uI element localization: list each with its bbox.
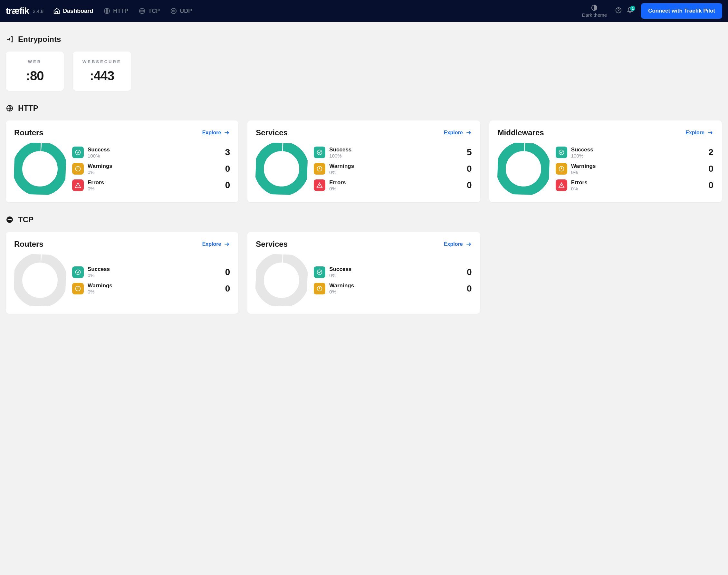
success-count: 0 [463, 267, 472, 277]
main-nav: Dashboard HTTP TCP UDP [53, 7, 192, 14]
connect-pilot-button[interactable]: Connect with Traefik Pilot [641, 3, 722, 19]
error-icon [72, 179, 84, 191]
warnings-count: 0 [221, 283, 230, 294]
error-icon [556, 179, 567, 191]
svg-point-27 [258, 257, 305, 304]
stat-row-success: Success100% 5 [314, 146, 472, 159]
success-label: Success [329, 146, 459, 153]
warnings-pct: 0% [88, 289, 217, 295]
globe-icon [6, 104, 13, 112]
stat-row-success: Success0% 0 [314, 266, 472, 278]
notification-badge: 1 [630, 6, 635, 11]
stat-row-warnings: Warnings0% 0 [314, 282, 472, 295]
warning-icon [314, 163, 325, 175]
card-title: Services [256, 240, 288, 249]
http-services-card: Services Explore Success100% 5 [247, 121, 480, 202]
explore-label: Explore [202, 241, 221, 247]
check-circle-icon [556, 146, 567, 158]
nav-udp[interactable]: UDP [170, 7, 192, 14]
explore-link[interactable]: Explore [202, 130, 230, 136]
udp-icon [170, 7, 177, 14]
svg-point-16 [500, 146, 547, 192]
warnings-count: 0 [221, 164, 230, 174]
check-circle-icon [72, 266, 84, 278]
success-count: 3 [221, 147, 230, 158]
http-routers-card: Routers Explore Success100% 3 [6, 121, 238, 202]
nav-udp-label: UDP [180, 8, 192, 14]
stat-row-errors: Errors0% 0 [556, 179, 714, 191]
stat-row-success: Success100% 3 [72, 146, 230, 159]
arrow-right-icon [223, 130, 230, 136]
explore-label: Explore [686, 130, 704, 136]
explore-link[interactable]: Explore [444, 130, 472, 136]
success-label: Success [88, 266, 217, 273]
nav-dashboard[interactable]: Dashboard [53, 7, 93, 14]
errors-count: 0 [704, 180, 714, 191]
warnings-count: 0 [463, 164, 472, 174]
home-icon [53, 7, 60, 14]
card-title: Routers [14, 240, 43, 249]
stat-row-warnings: Warnings0% 0 [556, 163, 714, 175]
globe-icon [103, 7, 110, 14]
notifications-button[interactable]: 1 [624, 5, 636, 17]
success-label: Success [329, 266, 459, 273]
entrypoint-card-web[interactable]: WEB :80 [6, 52, 64, 91]
errors-pct: 0% [571, 186, 701, 191]
warnings-pct: 0% [329, 169, 459, 175]
version-label: 2.4.8 [33, 8, 43, 14]
warnings-count: 0 [463, 283, 472, 294]
explore-link[interactable]: Explore [444, 241, 472, 247]
svg-point-11 [258, 146, 305, 192]
entrypoint-name: WEBSECURE [82, 59, 122, 64]
section-tcp-header: TCP [6, 215, 722, 224]
tcp-icon [6, 216, 13, 224]
warnings-label: Warnings [571, 163, 701, 169]
donut-chart [498, 143, 549, 195]
contrast-icon [591, 4, 598, 12]
content: Entrypoints WEB :80 WEBSECURE :443 HTTP … [0, 22, 728, 323]
explore-label: Explore [202, 130, 221, 136]
section-entrypoints-title: Entrypoints [18, 35, 61, 44]
theme-toggle[interactable]: Dark theme [582, 4, 607, 18]
success-count: 2 [704, 147, 714, 158]
tcp-cards: Routers Explore Success0% 0 [6, 232, 722, 314]
stat-row-warnings: Warnings0% 0 [314, 163, 472, 175]
check-circle-icon [314, 266, 325, 278]
tcp-services-card: Services Explore Success0% 0 [247, 232, 480, 314]
explore-link[interactable]: Explore [202, 241, 230, 247]
success-pct: 100% [329, 153, 459, 159]
warning-icon [314, 283, 325, 295]
explore-label: Explore [444, 241, 463, 247]
errors-pct: 0% [88, 186, 217, 191]
warnings-pct: 0% [571, 169, 701, 175]
warnings-pct: 0% [329, 289, 459, 295]
warning-icon [72, 163, 84, 175]
nav-http[interactable]: HTTP [103, 7, 128, 14]
arrow-right-icon [465, 130, 472, 136]
success-pct: 0% [88, 273, 217, 278]
nav-http-label: HTTP [113, 8, 128, 14]
tcp-routers-card: Routers Explore Success0% 0 [6, 232, 238, 314]
card-title: Routers [14, 128, 43, 137]
donut-chart [14, 255, 66, 306]
nav-tcp[interactable]: TCP [139, 7, 160, 14]
stat-row-errors: Errors0% 0 [314, 179, 472, 191]
success-label: Success [88, 146, 217, 153]
entrypoint-card-websecure[interactable]: WEBSECURE :443 [73, 52, 131, 91]
entrypoints-list: WEB :80 WEBSECURE :443 [6, 52, 722, 91]
success-count: 5 [463, 147, 472, 158]
warnings-count: 0 [704, 164, 714, 174]
errors-label: Errors [329, 179, 459, 186]
explore-link[interactable]: Explore [686, 130, 714, 136]
success-count: 0 [221, 267, 230, 277]
help-button[interactable] [613, 5, 624, 17]
stat-row-success: Success0% 0 [72, 266, 230, 278]
section-http-title: HTTP [18, 104, 38, 113]
warnings-label: Warnings [329, 163, 459, 169]
entrypoints-icon [6, 35, 13, 43]
nav-dashboard-label: Dashboard [63, 8, 93, 14]
stat-row-warnings: Warnings0% 0 [72, 163, 230, 175]
svg-point-22 [17, 257, 64, 304]
entrypoint-port: :443 [82, 69, 122, 83]
stat-row-errors: Errors0% 0 [72, 179, 230, 191]
